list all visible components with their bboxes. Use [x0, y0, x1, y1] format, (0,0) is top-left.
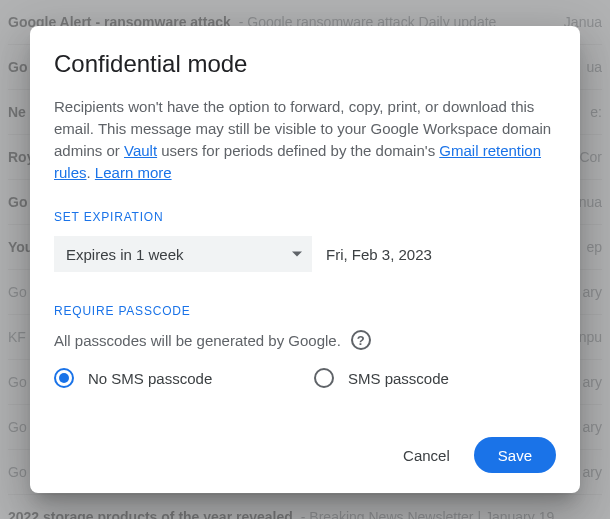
- set-expiration-label: SET EXPIRATION: [54, 210, 556, 224]
- cancel-button[interactable]: Cancel: [387, 437, 466, 473]
- help-icon[interactable]: ?: [351, 330, 371, 350]
- dialog-description: Recipients won't have the option to forw…: [54, 96, 556, 184]
- dialog-title: Confidential mode: [54, 50, 556, 78]
- save-button[interactable]: Save: [474, 437, 556, 473]
- passcode-note: All passcodes will be generated by Googl…: [54, 332, 341, 349]
- expiration-date: Fri, Feb 3, 2023: [326, 246, 432, 263]
- radio-label: SMS passcode: [348, 370, 449, 387]
- desc-text: .: [87, 164, 95, 181]
- passcode-radio-group: No SMS passcode SMS passcode: [54, 368, 556, 388]
- radio-label: No SMS passcode: [88, 370, 212, 387]
- confidential-mode-dialog: Confidential mode Recipients won't have …: [30, 26, 580, 493]
- radio-sms-passcode[interactable]: SMS passcode: [314, 368, 514, 388]
- radio-icon: [314, 368, 334, 388]
- radio-icon: [54, 368, 74, 388]
- learn-more-link[interactable]: Learn more: [95, 164, 172, 181]
- expiration-dropdown[interactable]: Expires in 1 week: [54, 236, 312, 272]
- require-passcode-label: REQUIRE PASSCODE: [54, 304, 556, 318]
- expiration-row: Expires in 1 week Fri, Feb 3, 2023: [54, 236, 556, 272]
- dialog-actions: Cancel Save: [54, 437, 556, 473]
- chevron-down-icon: [292, 252, 302, 257]
- radio-no-sms-passcode[interactable]: No SMS passcode: [54, 368, 254, 388]
- desc-text: users for periods defined by the domain'…: [157, 142, 439, 159]
- vault-link[interactable]: Vault: [124, 142, 157, 159]
- passcode-note-row: All passcodes will be generated by Googl…: [54, 330, 556, 350]
- expiration-selected-value: Expires in 1 week: [66, 246, 184, 263]
